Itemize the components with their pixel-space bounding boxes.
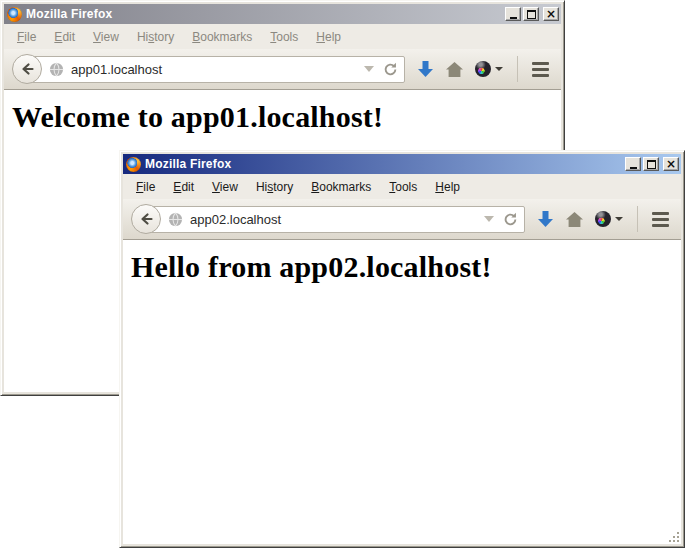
window-controls: × xyxy=(625,157,679,171)
minimize-button[interactable] xyxy=(505,7,521,21)
maximize-button[interactable] xyxy=(523,7,539,21)
navigation-toolbar: app01.localhost xyxy=(4,49,561,90)
window-title: Mozilla Firefox xyxy=(145,157,625,171)
addon-colorwheel-button[interactable] xyxy=(475,61,503,77)
navigation-toolbar: app02.localhost xyxy=(123,199,681,240)
hamburger-menu-button[interactable] xyxy=(652,212,669,227)
menu-tools[interactable]: Tools xyxy=(261,30,307,44)
menu-history[interactable]: History xyxy=(128,30,183,44)
download-button[interactable] xyxy=(417,60,434,78)
menu-help[interactable]: Help xyxy=(426,180,469,194)
titlebar[interactable]: Mozilla Firefox × xyxy=(123,154,681,174)
menu-edit[interactable]: Edit xyxy=(45,30,84,44)
toolbar-icons xyxy=(537,206,669,232)
menu-history[interactable]: History xyxy=(247,180,302,194)
colorwheel-icon xyxy=(595,211,611,227)
globe-icon[interactable] xyxy=(168,212,183,227)
page-heading: Welcome to app01.localhost! xyxy=(12,100,553,134)
menu-file[interactable]: File xyxy=(127,180,164,194)
window-title: Mozilla Firefox xyxy=(26,7,505,21)
home-button[interactable] xyxy=(445,61,464,78)
maximize-icon xyxy=(527,10,536,19)
download-button[interactable] xyxy=(537,210,554,228)
menubar: File Edit View History Bookmarks Tools H… xyxy=(123,174,681,199)
close-icon: × xyxy=(666,158,676,170)
toolbar-separator xyxy=(517,56,518,82)
close-button[interactable]: × xyxy=(663,157,679,171)
minimize-icon xyxy=(510,17,517,19)
globe-icon[interactable] xyxy=(49,62,64,77)
minimize-button[interactable] xyxy=(625,157,641,171)
url-bar[interactable]: app01.localhost xyxy=(26,56,405,83)
menu-bookmarks[interactable]: Bookmarks xyxy=(183,30,261,44)
browser-window-app02: Mozilla Firefox × File Edit View History… xyxy=(119,150,685,548)
toolbar-separator xyxy=(637,206,638,232)
back-arrow-icon xyxy=(138,211,154,227)
addon-colorwheel-button[interactable] xyxy=(595,211,623,227)
reload-icon[interactable] xyxy=(503,212,518,227)
back-button[interactable] xyxy=(12,54,42,84)
desktop-canvas: Mozilla Firefox × File Edit View History… xyxy=(0,0,688,551)
reload-icon[interactable] xyxy=(383,62,398,77)
urlbar-dropdown-icon[interactable] xyxy=(484,216,494,222)
firefox-icon xyxy=(126,157,141,172)
titlebar[interactable]: Mozilla Firefox × xyxy=(4,4,561,24)
hamburger-menu-button[interactable] xyxy=(532,62,549,77)
maximize-icon xyxy=(647,160,656,169)
url-text: app01.localhost xyxy=(71,62,364,77)
menubar: File Edit View History Bookmarks Tools H… xyxy=(4,24,561,49)
menu-view[interactable]: View xyxy=(203,180,247,194)
home-button[interactable] xyxy=(565,211,584,228)
toolbar-icons xyxy=(417,56,549,82)
chevron-down-icon xyxy=(495,67,503,71)
menu-view[interactable]: View xyxy=(84,30,128,44)
firefox-icon xyxy=(7,7,22,22)
resize-grip[interactable] xyxy=(668,531,680,543)
minimize-icon xyxy=(630,167,637,169)
back-arrow-icon xyxy=(19,61,35,77)
colorwheel-icon xyxy=(475,61,491,77)
page-heading: Hello from app02.localhost! xyxy=(131,250,673,284)
page-content: Hello from app02.localhost! xyxy=(123,240,681,544)
url-bar[interactable]: app02.localhost xyxy=(145,206,525,233)
chevron-down-icon xyxy=(615,217,623,221)
menu-tools[interactable]: Tools xyxy=(380,180,426,194)
back-button[interactable] xyxy=(131,204,161,234)
urlbar-dropdown-icon[interactable] xyxy=(364,66,374,72)
maximize-button[interactable] xyxy=(643,157,659,171)
close-button[interactable]: × xyxy=(543,7,559,21)
menu-file[interactable]: File xyxy=(8,30,45,44)
menu-help[interactable]: Help xyxy=(307,30,350,44)
menu-edit[interactable]: Edit xyxy=(164,180,203,194)
close-icon: × xyxy=(546,8,556,20)
url-text: app02.localhost xyxy=(190,212,484,227)
window-controls: × xyxy=(505,7,559,21)
menu-bookmarks[interactable]: Bookmarks xyxy=(302,180,380,194)
